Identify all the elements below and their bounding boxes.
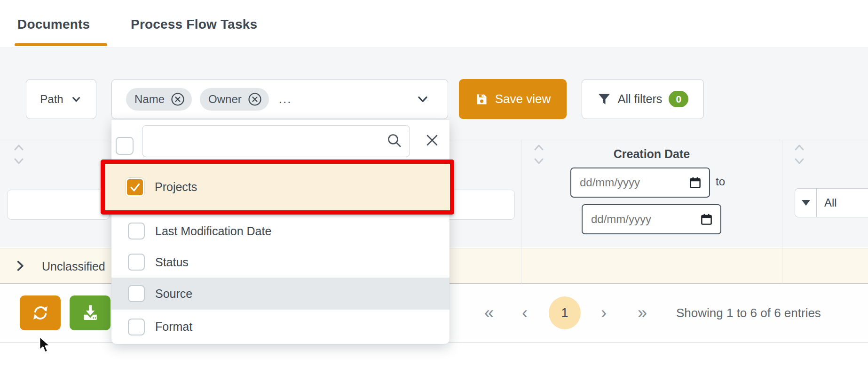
chevron-down-icon (70, 93, 82, 105)
all-filters-button[interactable]: All filters 0 (582, 79, 704, 119)
dropdown-search-box[interactable] (142, 125, 410, 157)
annotation-highlight-box: Projects (101, 160, 454, 215)
download-button[interactable] (70, 295, 110, 330)
checkbox-checked[interactable] (126, 178, 144, 197)
column-divider (521, 140, 521, 284)
column-filter-input[interactable] (7, 190, 110, 220)
table-row-label[interactable]: Unclassified (42, 260, 105, 273)
option-label: Last Modification Date (155, 224, 271, 238)
filter-chip-owner[interactable]: Owner (200, 88, 269, 111)
filter-chip-label: Owner (208, 93, 242, 106)
type-filter-value: All (817, 189, 868, 217)
tab-documents[interactable]: Documents (17, 17, 90, 32)
creation-date-from-input[interactable] (570, 168, 710, 198)
checkbox-unchecked[interactable] (128, 223, 145, 239)
option-status[interactable]: Status (111, 247, 450, 278)
date-range-separator: to (716, 175, 725, 188)
sort-control[interactable] (794, 144, 805, 165)
option-label: Source (155, 287, 192, 301)
creation-date-column-header: Creation Date (521, 147, 782, 161)
save-view-button[interactable]: Save view (459, 79, 567, 119)
pagination-last-button[interactable]: » (632, 295, 653, 330)
remove-chip-icon[interactable] (170, 92, 185, 107)
checkbox-unchecked[interactable] (128, 254, 145, 271)
expand-row-chevron-icon[interactable] (13, 259, 27, 273)
download-icon (81, 303, 100, 322)
pagination-summary: Showing 1 to 6 of 6 entries (676, 306, 855, 320)
checkbox-unchecked[interactable] (128, 285, 145, 302)
tab-bar (0, 0, 868, 48)
pagination-current-page[interactable]: 1 (549, 296, 581, 329)
option-label: Status (155, 255, 189, 269)
close-icon[interactable] (424, 132, 440, 148)
dropdown-search-input[interactable] (150, 128, 380, 155)
option-projects[interactable]: Projects (126, 164, 197, 210)
type-filter-select[interactable]: All (795, 188, 868, 217)
date-to-field[interactable] (591, 213, 680, 226)
date-from-field[interactable] (580, 176, 669, 189)
option-source[interactable]: Source (111, 278, 450, 310)
active-tab-underline (15, 43, 107, 46)
sort-control[interactable] (13, 144, 24, 165)
option-last-modification-date[interactable]: Last Modification Date (111, 215, 450, 247)
tab-process-flow-tasks[interactable]: Process Flow Tasks (131, 17, 257, 32)
refresh-button[interactable] (20, 295, 61, 330)
filter-funnel-icon (597, 92, 611, 106)
remove-chip-icon[interactable] (247, 92, 262, 107)
active-filters-count-badge: 0 (669, 91, 688, 107)
path-dropdown-label: Path (40, 93, 63, 106)
more-chips-ellipsis: ... (279, 92, 292, 106)
save-view-label: Save view (495, 92, 551, 106)
all-filters-label: All filters (618, 92, 662, 106)
filter-chip-label: Name (134, 93, 165, 106)
save-icon (475, 93, 488, 106)
filter-chip-name[interactable]: Name (126, 88, 192, 111)
column-divider (782, 140, 782, 284)
documents-page: Documents Process Flow Tasks Path Name O… (0, 0, 868, 383)
option-label: Format (155, 320, 192, 334)
pagination-prev-button[interactable]: ‹ (516, 295, 533, 330)
option-format[interactable]: Format (111, 310, 450, 344)
creation-date-to-input[interactable] (582, 204, 721, 234)
path-dropdown-button[interactable]: Path (26, 79, 96, 119)
pagination-first-button[interactable]: « (479, 295, 499, 330)
checkbox-unchecked[interactable] (128, 319, 145, 335)
chevron-down-icon[interactable] (416, 92, 430, 106)
calendar-icon[interactable] (689, 176, 702, 189)
calendar-icon[interactable] (700, 213, 713, 226)
select-all-checkbox[interactable] (116, 137, 134, 155)
pagination-next-button[interactable]: › (595, 295, 612, 330)
search-icon (386, 132, 403, 149)
option-label: Projects (155, 180, 197, 194)
select-arrow-icon[interactable] (795, 189, 817, 217)
refresh-icon (31, 303, 50, 322)
column-multiselect-trigger[interactable]: Name Owner ... (111, 79, 448, 119)
